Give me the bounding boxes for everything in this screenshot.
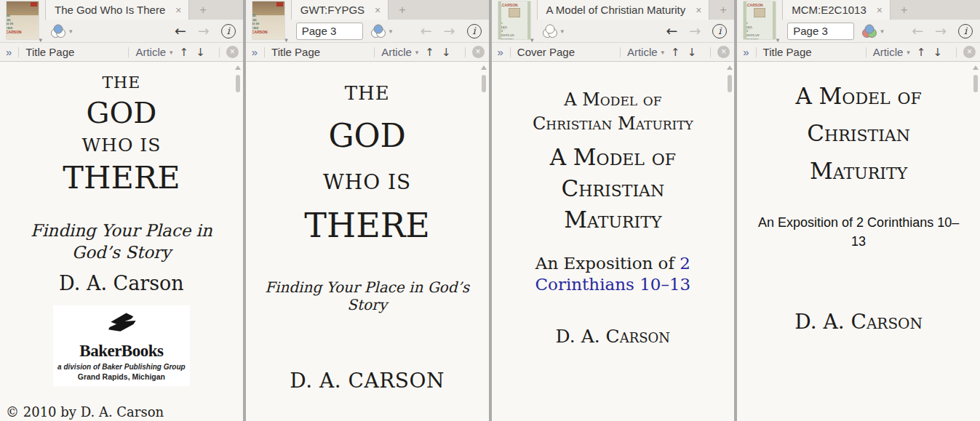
cover-title: THEGODWHO ISTHERE <box>252 13 260 30</box>
close-locator-icon[interactable]: × <box>226 46 239 58</box>
chevron-down-icon[interactable]: ▾ <box>170 49 173 56</box>
scrollbar-thumb[interactable] <box>728 75 732 92</box>
chevron-down-icon[interactable]: ▾ <box>530 37 534 44</box>
back-button[interactable]: ← <box>912 24 923 38</box>
expand-icon[interactable]: » <box>498 46 503 58</box>
close-locator-icon[interactable]: × <box>472 46 485 58</box>
navigate-mode-select[interactable]: Article <box>381 46 412 58</box>
current-location[interactable]: Title Page <box>271 46 320 58</box>
plus-icon: + <box>199 4 206 16</box>
resource-thumbnail[interactable]: D.A.CARSON A MODEL of CHRISTIAN MATURITY… <box>744 1 776 39</box>
back-button[interactable]: ← <box>421 24 432 38</box>
close-locator-icon[interactable]: × <box>717 46 730 58</box>
previous-article-button[interactable]: ↑ <box>671 46 680 59</box>
chevron-down-icon[interactable]: ▾ <box>415 49 419 56</box>
chevron-down-icon[interactable]: ▾ <box>69 28 73 35</box>
chevron-down-icon[interactable]: ▾ <box>880 28 884 35</box>
resource-thumbnail[interactable]: THEGODWHO ISTHERE D.A.CARSON <box>252 1 284 39</box>
close-icon[interactable]: × <box>696 5 701 15</box>
resource-thumbnail[interactable]: D.A.CARSON A MODEL of CHRISTIAN MATURITY… <box>498 1 530 39</box>
scroll-up-icon[interactable] <box>481 65 487 70</box>
navigate-mode-select[interactable]: Article <box>135 46 166 58</box>
title-line: GOD <box>0 96 243 129</box>
resource-tab[interactable]: MCM:E2C1013 × <box>782 0 890 20</box>
plus-icon: + <box>399 4 405 16</box>
publisher-city: Grand Rapids, Michigan <box>57 372 186 381</box>
close-icon[interactable]: × <box>175 5 181 15</box>
title-line: WHO IS <box>246 170 489 194</box>
scroll-up-icon[interactable] <box>727 65 733 70</box>
navigate-mode-select[interactable]: Article <box>627 46 658 58</box>
current-location[interactable]: Title Page <box>25 46 74 58</box>
title-line: GOD <box>246 117 489 154</box>
scroll-up-icon[interactable] <box>973 65 979 70</box>
chevron-down-icon[interactable]: ▾ <box>561 28 565 35</box>
tab-bar: MCM:E2C1013 × + <box>782 0 980 20</box>
visual-filters-icon[interactable] <box>542 24 558 39</box>
chevron-down-icon[interactable]: ▾ <box>39 37 42 44</box>
expand-icon[interactable]: » <box>6 46 12 58</box>
scrollbar-thumb[interactable] <box>482 75 486 92</box>
resource-thumbnail[interactable]: THEGODWHO ISTHERE D.A.CARSON <box>7 1 39 39</box>
previous-article-button[interactable]: ↑ <box>180 46 189 59</box>
expand-icon[interactable]: » <box>252 46 258 58</box>
next-article-button[interactable]: ↓ <box>442 46 451 59</box>
current-location[interactable]: Cover Page <box>517 46 575 58</box>
forward-button[interactable]: → <box>935 24 947 38</box>
visual-filters-icon[interactable] <box>370 24 386 39</box>
next-article-button[interactable]: ↓ <box>196 46 205 59</box>
close-icon[interactable]: × <box>375 5 381 15</box>
new-tab-button[interactable]: + <box>890 0 980 20</box>
current-location[interactable]: Title Page <box>763 46 812 58</box>
chevron-down-icon[interactable]: ▾ <box>776 37 780 44</box>
navigate-mode-select[interactable]: Article <box>873 46 904 58</box>
close-icon[interactable]: × <box>877 5 883 15</box>
chevron-down-icon[interactable]: ▾ <box>661 49 665 56</box>
visual-filters-icon[interactable] <box>861 24 877 39</box>
back-button[interactable]: ← <box>666 24 677 38</box>
locator-bar: » Title Page Article ▾ ↑ ↓ × <box>0 42 243 62</box>
info-icon[interactable]: i <box>712 24 727 39</box>
scrollbar[interactable] <box>725 65 733 92</box>
scroll-up-icon[interactable] <box>235 65 241 70</box>
next-article-button[interactable]: ↓ <box>933 46 942 59</box>
back-button[interactable]: ← <box>175 24 186 38</box>
chevron-down-icon[interactable]: ▾ <box>284 37 288 44</box>
forward-button[interactable]: → <box>444 24 455 38</box>
page-input[interactable] <box>296 23 363 40</box>
info-icon[interactable]: i <box>221 24 236 39</box>
scrollbar[interactable] <box>234 65 242 92</box>
resource-tab[interactable]: The God Who Is There × <box>45 0 188 20</box>
close-locator-icon[interactable]: × <box>963 46 976 58</box>
cover-footer: ······· <box>498 27 508 31</box>
resource-tab[interactable]: GWT:FYPGS × <box>291 0 389 20</box>
tab-title: MCM:E2C1013 <box>792 4 867 16</box>
new-tab-button[interactable]: + <box>388 0 488 20</box>
tab-title: GWT:FYPGS <box>300 4 364 16</box>
thumbnail-column: D.A.CARSON A MODEL of CHRISTIAN MATURITY… <box>737 0 782 42</box>
resource-tab[interactable]: A Model of Christian Maturity × <box>537 0 709 20</box>
chevron-down-icon[interactable]: ▾ <box>389 28 393 35</box>
page-input[interactable] <box>787 23 854 40</box>
book-author: D. A. Carson <box>737 310 980 334</box>
next-article-button[interactable]: ↓ <box>688 46 697 59</box>
chevron-down-icon[interactable]: ▾ <box>907 49 910 56</box>
forward-button[interactable]: → <box>198 24 210 38</box>
expand-icon[interactable]: » <box>743 46 749 58</box>
title-line: THERE <box>246 206 489 245</box>
scrollbar[interactable] <box>480 65 488 92</box>
tab-title: The God Who Is There <box>55 4 165 16</box>
scrollbar-thumb[interactable] <box>236 75 240 92</box>
previous-article-button[interactable]: ↑ <box>425 46 434 59</box>
info-icon[interactable]: i <box>467 24 482 39</box>
scrollbar[interactable] <box>971 65 979 92</box>
new-tab-button[interactable]: + <box>188 0 242 20</box>
book-author: D. A. CARSON <box>246 369 489 393</box>
info-icon[interactable]: i <box>958 24 973 39</box>
scrollbar-thumb[interactable] <box>973 75 978 92</box>
forward-button[interactable]: → <box>689 24 701 38</box>
new-tab-button[interactable]: + <box>709 0 734 20</box>
previous-article-button[interactable]: ↑ <box>917 46 926 59</box>
visual-filters-icon[interactable] <box>50 24 66 39</box>
book-heading: A Model of Christian Maturity <box>768 78 949 190</box>
